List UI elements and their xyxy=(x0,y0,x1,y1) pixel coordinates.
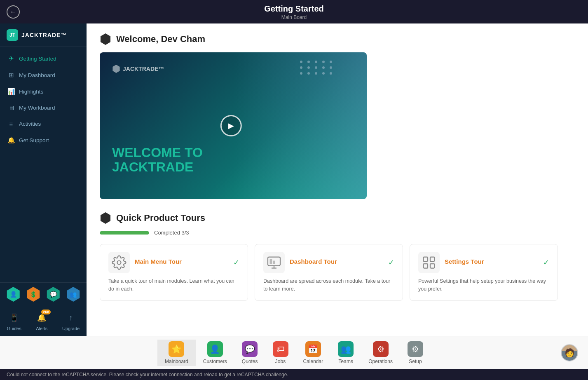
bottom-btn-upgrade[interactable]: ↑ Upgrade xyxy=(62,311,80,331)
sidebar-user-btn-2[interactable]: 💲 xyxy=(26,287,41,302)
bottom-nav-item-customers[interactable]: 👤 Customers xyxy=(196,340,234,366)
tour-card-settings-tour[interactable]: Settings Tour ✓ Powerful Settings that h… xyxy=(410,244,558,301)
sidebar-item-highlights[interactable]: 📊 Highlights xyxy=(0,83,87,100)
tour-icon-dashboard-tour xyxy=(263,252,285,273)
bottom-nav-item-teams[interactable]: 👥 Teams xyxy=(330,340,361,366)
bottom-nav-item-quotes[interactable]: 💬 Quotes xyxy=(234,340,265,366)
tour-card-desc-settings-tour: Powerful Settings that help setup your b… xyxy=(418,277,549,293)
logo-icon: JT xyxy=(7,29,18,41)
svg-rect-5 xyxy=(273,261,275,264)
nav-label-highlights: Highlights xyxy=(19,89,43,95)
progress-bar-fill xyxy=(100,231,149,235)
welcome-header: Welcome, Dev Cham xyxy=(100,33,568,45)
sidebar-user-btn-1[interactable]: 👤 xyxy=(6,287,21,302)
bottom-nav-label-operations: Operations xyxy=(368,359,393,364)
bottom-nav-icon-customers: 👤 xyxy=(207,341,223,357)
bottom-nav-icon-jobs: 🏷 xyxy=(273,341,288,357)
tour-card-title-dashboard-tour: Dashboard Tour xyxy=(290,258,337,265)
welcome-title: Welcome, Dev Cham xyxy=(116,34,205,45)
content-area: Welcome, Dev Cham JACKTRADE™ WELCOME TO … xyxy=(87,23,588,336)
bottom-nav-icon-setup: ⚙ xyxy=(408,341,423,357)
bottom-nav-item-setup[interactable]: ⚙ Setup xyxy=(400,340,431,366)
tour-icon-main-menu-tour xyxy=(108,252,130,273)
user-avatar[interactable]: 🧑 xyxy=(561,344,578,361)
sidebar-item-getting-started[interactable]: ✈ Getting Started xyxy=(0,50,87,67)
error-bar: Could not connect to the reCAPTCHA servi… xyxy=(0,369,588,380)
bottom-btn-alerts[interactable]: 🔔268 Alerts xyxy=(35,311,48,331)
sidebar-user-btn-4[interactable]: 👥 xyxy=(66,287,81,302)
video-line1: WELCOME TO xyxy=(112,145,203,160)
tour-card-desc-dashboard-tour: Dashboard are spread across each module.… xyxy=(263,277,394,293)
progress-row: Completed 3/3 xyxy=(100,230,568,236)
bottom-nav-icon-teams: 👥 xyxy=(338,341,354,357)
nav-icon-activities: ≡ xyxy=(7,120,15,127)
svg-rect-8 xyxy=(424,264,428,268)
bottom-nav-item-jobs[interactable]: 🏷 Jobs xyxy=(265,340,296,366)
sidebar-item-activities[interactable]: ≡ Activities xyxy=(0,116,87,132)
tour-card-main-menu-tour[interactable]: Main Menu Tour ✓ Take a quick tour of ma… xyxy=(100,244,248,301)
tour-icon-settings-tour xyxy=(418,252,440,273)
nav-icon-get-support: 🔔 xyxy=(7,136,15,144)
tour-card-top-settings-tour: Settings Tour ✓ xyxy=(418,252,549,273)
back-button[interactable]: ← xyxy=(7,5,20,19)
bottom-nav-label-quotes: Quotes xyxy=(242,359,258,364)
bottom-nav-item-calendar[interactable]: 📅 Calendar xyxy=(296,340,331,366)
tour-card-title-main-menu-tour: Main Menu Tour xyxy=(135,258,182,265)
header-title: Getting Started xyxy=(0,4,588,14)
video-overlay-text: WELCOME TO JACKTRADE xyxy=(112,145,203,174)
sidebar-logo: JT JACKTRADE™ xyxy=(0,23,87,47)
svg-rect-7 xyxy=(430,257,435,262)
bottom-btn-icon-alerts: 🔔268 xyxy=(35,311,48,324)
sidebar-item-get-support[interactable]: 🔔 Get Support xyxy=(0,132,87,148)
sidebar-item-my-workboard[interactable]: 🖥 My Workboard xyxy=(0,100,87,116)
nav-icon-my-workboard: 🖥 xyxy=(7,104,15,111)
bottom-btn-label-upgrade: Upgrade xyxy=(62,326,80,331)
bottom-btn-icon-upgrade: ↑ xyxy=(64,311,77,324)
bottom-nav-icon-operations: ⚙ xyxy=(373,341,389,357)
welcome-hex-icon xyxy=(100,33,111,45)
bottom-nav-label-jobs: Jobs xyxy=(275,359,286,364)
tour-card-desc-main-menu-tour: Take a quick tour of main modules. Learn… xyxy=(108,277,239,293)
tour-card-dashboard-tour[interactable]: Dashboard Tour ✓ Dashboard are spread ac… xyxy=(255,244,403,301)
tour-card-top-dashboard-tour: Dashboard Tour ✓ xyxy=(263,252,394,273)
tour-check-settings-tour: ✓ xyxy=(543,258,549,267)
video-logo: JACKTRADE™ xyxy=(112,65,164,73)
nav-label-my-dashboard: My Dashboard xyxy=(19,72,55,78)
bottom-btn-icon-guides: 📱 xyxy=(7,311,21,324)
bottom-nav-item-mainboard[interactable]: ⭐ Mainboard xyxy=(157,340,196,366)
svg-rect-6 xyxy=(424,257,428,262)
nav-icon-getting-started: ✈ xyxy=(7,55,15,62)
bottom-nav-item-operations[interactable]: ⚙ Operations xyxy=(361,340,400,366)
svg-point-0 xyxy=(117,261,121,265)
sidebar: JT JACKTRADE™ ✈ Getting Started⊞ My Dash… xyxy=(0,23,87,336)
nav-icon-my-dashboard: ⊞ xyxy=(7,71,15,79)
video-container[interactable]: JACKTRADE™ WELCOME TO JACKTRADE ▶ xyxy=(100,52,367,199)
bottom-nav: ⭐ Mainboard 👤 Customers 💬 Quotes 🏷 Jobs … xyxy=(0,336,588,369)
bottom-btn-label-alerts: Alerts xyxy=(36,326,47,331)
tour-check-main-menu-tour: ✓ xyxy=(233,258,239,267)
bottom-nav-label-teams: Teams xyxy=(339,359,353,364)
sidebar-item-my-dashboard[interactable]: ⊞ My Dashboard xyxy=(0,67,87,83)
video-logo-icon xyxy=(112,65,120,73)
badge-alerts: 268 xyxy=(41,310,51,314)
bottom-btn-guides[interactable]: 📱 Guides xyxy=(7,311,21,331)
tour-cards: Main Menu Tour ✓ Take a quick tour of ma… xyxy=(100,244,568,301)
bottom-nav-label-calendar: Calendar xyxy=(303,359,323,364)
nav-icon-highlights: 📊 xyxy=(7,88,15,95)
svg-rect-4 xyxy=(270,259,272,264)
sidebar-user-icons: 👤 💲 💬 👥 xyxy=(0,282,87,306)
header-subtitle: Main Board xyxy=(0,14,588,20)
sidebar-bottom: 📱 Guides🔔268 Alerts↑ Upgrade xyxy=(0,306,87,336)
nav-label-getting-started: Getting Started xyxy=(19,56,56,62)
sidebar-user-btn-3[interactable]: 💬 xyxy=(46,287,61,302)
error-message: Could not connect to the reCAPTCHA servi… xyxy=(7,372,288,378)
tour-card-header-main-menu-tour: Main Menu Tour ✓ xyxy=(135,258,239,267)
tour-card-top-main-menu-tour: Main Menu Tour ✓ xyxy=(108,252,239,273)
video-person xyxy=(235,52,367,199)
main-layout: JT JACKTRADE™ ✈ Getting Started⊞ My Dash… xyxy=(0,23,588,336)
bottom-nav-icon-quotes: 💬 xyxy=(242,341,258,357)
nav-label-activities: Activities xyxy=(19,121,41,127)
progress-bar-bg xyxy=(100,231,149,235)
nav-label-get-support: Get Support xyxy=(19,137,49,143)
bottom-nav-label-mainboard: Mainboard xyxy=(165,359,188,364)
